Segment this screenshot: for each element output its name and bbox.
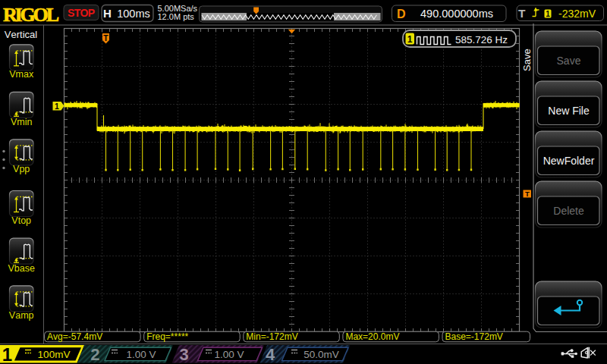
svg-text:1.00 V: 1.00 V — [214, 349, 244, 360]
svg-text:50.0mV: 50.0mV — [304, 349, 339, 360]
svg-text:H: H — [103, 7, 112, 20]
svg-text:2: 2 — [90, 345, 99, 364]
svg-text:3: 3 — [179, 345, 188, 364]
svg-text:Vpp: Vpp — [13, 164, 30, 174]
svg-text:NewFolder: NewFolder — [543, 155, 595, 167]
svg-text:New File: New File — [548, 105, 590, 117]
svg-text:Avg=-57.4mV: Avg=-57.4mV — [47, 331, 102, 342]
svg-text:585.726 Hz: 585.726 Hz — [455, 34, 508, 46]
svg-text:Vtop: Vtop — [11, 215, 31, 226]
svg-text:Vmax: Vmax — [9, 69, 34, 80]
svg-text:1.00 V: 1.00 V — [126, 349, 156, 360]
svg-text:Delete: Delete — [553, 205, 584, 217]
svg-text:Vbase: Vbase — [8, 263, 34, 274]
svg-text:RIGOL: RIGOL — [3, 4, 59, 26]
svg-text:Vertical: Vertical — [5, 29, 37, 40]
svg-text:Vamp: Vamp — [9, 310, 34, 321]
svg-text:Save: Save — [521, 49, 533, 71]
svg-text:4: 4 — [266, 345, 275, 364]
svg-text:STOP: STOP — [68, 7, 95, 19]
svg-text:1: 1 — [2, 344, 12, 364]
svg-text:T: T — [525, 190, 530, 198]
svg-text:Save: Save — [557, 55, 581, 67]
svg-text:100mV: 100mV — [38, 349, 71, 360]
svg-text:Min=-172mV: Min=-172mV — [246, 331, 297, 342]
svg-text:D: D — [397, 8, 406, 20]
svg-text:100ms: 100ms — [117, 8, 150, 20]
svg-text:5.00MSa/s: 5.00MSa/s — [158, 4, 198, 13]
svg-text:T: T — [103, 33, 109, 42]
svg-text:12.0M pts: 12.0M pts — [158, 12, 195, 21]
svg-text:1: 1 — [55, 102, 59, 111]
svg-text:Base=-172mV: Base=-172mV — [445, 331, 503, 342]
svg-text:490.000000ms: 490.000000ms — [420, 8, 493, 20]
svg-text:T: T — [518, 7, 526, 20]
svg-text:1: 1 — [407, 34, 413, 45]
svg-text:Vmin: Vmin — [11, 117, 33, 127]
svg-text:1: 1 — [546, 10, 550, 18]
svg-text:-232mV: -232mV — [558, 8, 596, 20]
svg-text:Max=20.0mV: Max=20.0mV — [345, 331, 399, 342]
svg-text:Freq=*****: Freq=***** — [146, 331, 188, 342]
